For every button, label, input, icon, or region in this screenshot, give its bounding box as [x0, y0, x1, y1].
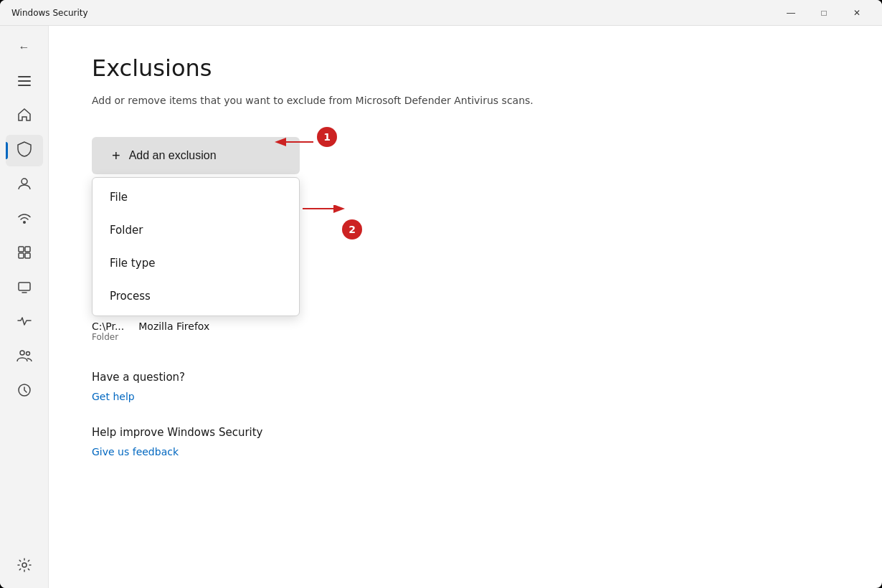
- improve-section: Help improve Windows Security Give us fe…: [92, 426, 839, 458]
- annotation-2-group: 2: [299, 205, 385, 237]
- exclusion-type: Folder: [92, 332, 124, 342]
- svg-point-11: [26, 351, 29, 355]
- account-icon: [17, 176, 32, 194]
- settings-button[interactable]: [6, 551, 43, 582]
- svg-point-10: [20, 351, 24, 355]
- menu-icon: [18, 75, 31, 90]
- network-icon: [17, 211, 32, 229]
- back-button[interactable]: ←: [6, 32, 43, 63]
- dropdown-item-filetype[interactable]: File type: [93, 247, 299, 280]
- annotation-circle-1: 1: [317, 127, 337, 147]
- minimize-button[interactable]: —: [774, 1, 807, 24]
- svg-point-3: [22, 179, 27, 184]
- titlebar-title: Windows Security: [11, 8, 88, 18]
- add-exclusion-label: Add an exclusion: [129, 149, 217, 162]
- maximize-button[interactable]: □: [807, 1, 840, 24]
- device-button[interactable]: [6, 272, 43, 304]
- get-help-link[interactable]: Get help: [92, 391, 135, 402]
- back-icon: ←: [19, 41, 30, 54]
- add-exclusion-button[interactable]: + Add an exclusion: [92, 137, 300, 174]
- add-icon: +: [112, 148, 120, 163]
- svg-rect-2: [18, 85, 31, 86]
- home-button[interactable]: [6, 100, 43, 132]
- svg-rect-7: [19, 253, 24, 258]
- exclusion-name: Mozilla Firefox: [138, 321, 209, 342]
- sidebar-top: ←: [0, 32, 48, 407]
- svg-rect-9: [19, 283, 30, 290]
- svg-rect-1: [18, 80, 31, 82]
- menu-button[interactable]: [6, 66, 43, 98]
- sidebar: ←: [0, 26, 49, 588]
- dropdown-menu: File Folder File type Process: [92, 177, 300, 316]
- svg-point-4: [23, 221, 26, 224]
- improve-title: Help improve Windows Security: [92, 426, 839, 439]
- svg-rect-6: [25, 247, 30, 252]
- dropdown-item-file[interactable]: File: [93, 181, 299, 214]
- exclusion-path-group: C:\Pr... Folder: [92, 321, 124, 342]
- help-section: Have a question? Get help: [92, 371, 839, 403]
- annotation-1-group: 1: [317, 127, 337, 147]
- titlebar: Windows Security — □ ✕: [0, 0, 882, 26]
- annotation-circle-2: 2: [342, 219, 362, 240]
- content-area: Exclusions Add or remove items that you …: [49, 26, 882, 588]
- svg-rect-0: [18, 76, 31, 77]
- history-icon: [17, 383, 32, 401]
- app-button[interactable]: [6, 238, 43, 270]
- svg-point-13: [22, 563, 27, 567]
- exclusion-item: C:\Pr... Folder Mozilla Firefox: [92, 321, 839, 342]
- window: Windows Security — □ ✕ ←: [0, 0, 882, 588]
- feedback-link[interactable]: Give us feedback: [92, 446, 179, 457]
- svg-rect-5: [19, 247, 24, 252]
- page-description: Add or remove items that you want to exc…: [92, 93, 839, 108]
- health-icon: [17, 315, 32, 331]
- shield-icon: [17, 141, 32, 161]
- shield-button[interactable]: [6, 135, 43, 166]
- family-button[interactable]: [6, 341, 43, 373]
- home-icon: [17, 108, 32, 125]
- dropdown-item-process[interactable]: Process: [93, 280, 299, 313]
- dropdown-item-folder[interactable]: Folder: [93, 214, 299, 247]
- history-button[interactable]: [6, 376, 43, 407]
- page-title: Exclusions: [92, 54, 839, 82]
- account-button[interactable]: [6, 169, 43, 201]
- window-body: ←: [0, 26, 882, 588]
- exclusion-path: C:\Pr...: [92, 321, 124, 332]
- sidebar-bottom: [6, 551, 43, 582]
- network-button[interactable]: [6, 204, 43, 235]
- add-exclusion-wrapper: + Add an exclusion 1: [92, 137, 300, 174]
- health-button[interactable]: [6, 307, 43, 338]
- annotation-arrow-2: [299, 205, 385, 234]
- device-icon: [17, 280, 32, 298]
- help-title: Have a question?: [92, 371, 839, 384]
- family-icon: [16, 349, 32, 366]
- app-icon: [17, 245, 32, 263]
- svg-rect-8: [25, 253, 30, 258]
- close-button[interactable]: ✕: [840, 1, 873, 24]
- exclusion-list: C:\Pr... Folder Mozilla Firefox: [92, 321, 839, 342]
- settings-icon: [17, 558, 32, 576]
- titlebar-controls: — □ ✕: [774, 1, 873, 24]
